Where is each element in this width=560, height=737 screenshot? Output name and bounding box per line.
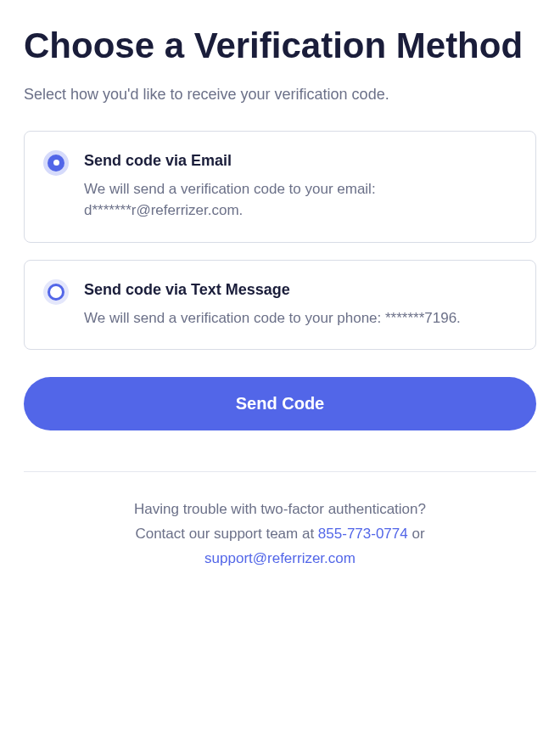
support-phone-link[interactable]: 855-773-0774 [318,526,408,542]
help-text: Having trouble with two-factor authentic… [24,498,536,571]
help-line2: Contact our support team at 855-773-0774… [24,522,536,547]
help-line3: support@referrizer.com [24,547,536,571]
radio-sms[interactable] [43,279,69,305]
help-line2-suffix: or [408,526,425,542]
option-sms-description: We will send a verification code to your… [84,307,517,329]
option-sms-content: Send code via Text Message We will send … [84,281,517,329]
option-sms-title: Send code via Text Message [84,281,517,299]
option-email-description: We will send a verification code to your… [84,178,517,222]
radio-email[interactable] [43,150,69,176]
option-email[interactable]: Send code via Email We will send a verif… [24,131,536,243]
help-line2-prefix: Contact our support team at [135,526,317,542]
divider [24,471,536,472]
page-subtitle: Select how you'd like to receive your ve… [24,86,536,104]
option-email-title: Send code via Email [84,152,517,170]
support-email-link[interactable]: support@referrizer.com [204,550,356,566]
help-line1: Having trouble with two-factor authentic… [24,498,536,522]
radio-unselected-icon [48,284,64,301]
send-code-button[interactable]: Send Code [24,377,536,430]
radio-selected-icon [48,155,64,172]
option-sms[interactable]: Send code via Text Message We will send … [24,260,536,351]
page-title: Choose a Verification Method [24,24,536,69]
option-email-content: Send code via Email We will send a verif… [84,152,517,222]
